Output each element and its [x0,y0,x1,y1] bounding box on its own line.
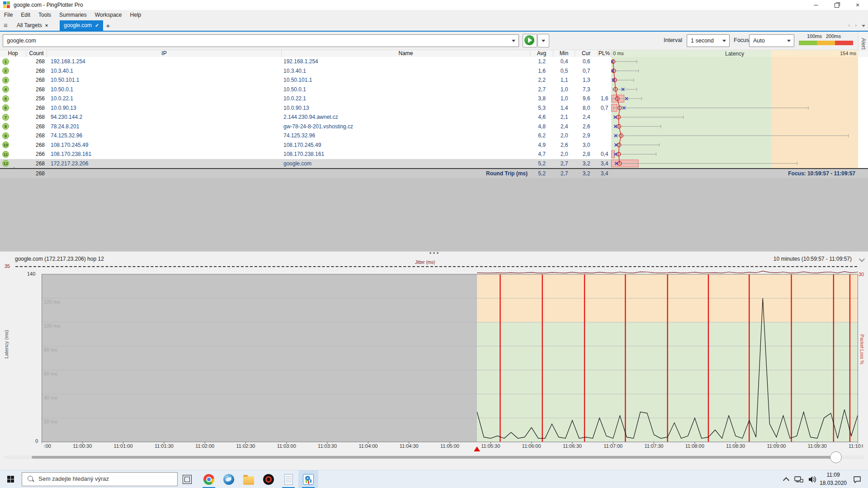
table-row-hop-11[interactable]: 11266108.170.238.161108.170.238.1614,72,… [0,150,868,159]
table-row-hop-7[interactable]: 726894.230.144.22.144.230.94.awnet.cz4,6… [0,113,868,122]
focus-select[interactable]: Auto [749,34,794,47]
time-tick-label: 11:09:00 [763,443,790,449]
cur-cell: 2,8 [575,150,598,159]
table-row-hop-12[interactable]: 12268172.217.23.206google.com5,22,73,23,… [0,159,868,169]
latency-cell [611,75,858,85]
taskbar-clock[interactable]: 11:09 18.03.2020 [819,470,847,488]
tab-scroll-left-icon[interactable]: ‹ [848,22,850,28]
titlebar: google.com - PingPlotter Pro × [0,0,868,10]
hop-badge: 3 [2,77,9,84]
table-row-hop-9[interactable]: 926874.125.32.9674.125.32.966,22,02,9 [0,131,868,141]
column-header-ip[interactable]: IP [47,50,282,57]
interval-label: Interval [664,37,682,43]
start-trace-button[interactable] [523,34,537,47]
task-view-button[interactable] [183,475,192,484]
menu-tools[interactable]: Tools [34,10,55,20]
restore-button[interactable] [826,0,847,10]
avg-cell: 4,8 [530,122,553,131]
thunderbird-logo-icon [223,474,234,485]
menu-summaries[interactable]: Summaries [55,10,91,20]
chevron-down-icon [722,40,726,42]
table-row-hop-3[interactable]: 326810.50.101.110.50.101.12,21,11,3 [0,75,868,85]
pane-splitter[interactable] [425,249,443,253]
column-header-avg[interactable]: Avg [530,50,553,57]
min-cell: 1,0 [553,85,575,94]
new-tab-button[interactable]: + [103,20,113,31]
taskbar-journal-icon[interactable] [278,470,298,488]
round-trip-summary-row[interactable]: 268 Round Trip (ms) 5,2 2,7 3,2 3,4 Focu… [0,168,868,178]
table-row-hop-6[interactable]: 626810.0.90.1310.0.90.135,31,48,00,7 [0,103,868,113]
gridline-label-60: 60 ms [44,371,57,376]
hop-cell: 12 [0,159,26,169]
latency-axis-max: 140 [27,271,35,277]
latency-cell [611,66,858,76]
taskbar-red-app-icon[interactable] [259,470,278,488]
table-row-hop-1[interactable]: 1268192.168.1.254192.168.1.2541,20,40,6 [0,57,868,66]
start-button[interactable] [0,470,22,488]
table-row-hop-10[interactable]: 10268108.170.245.49108.170.245.494,92,63… [0,141,868,150]
timeline-scrollbar-bar[interactable] [32,456,836,459]
column-header-hop[interactable]: Hop [0,50,26,57]
taskbar-file-explorer-icon[interactable] [239,470,259,488]
column-header-pl[interactable]: PL% [598,50,611,57]
close-button[interactable]: × [847,0,868,10]
table-row-hop-2[interactable]: 226810.3.40.110.3.40.11,60,50,7 [0,66,868,76]
tab-list-dropdown-icon[interactable] [862,25,865,27]
taskbar-pingplotter-icon[interactable] [298,470,318,488]
column-header-name[interactable]: Name [282,50,530,57]
menu-workspace[interactable]: Workspace [91,10,126,20]
column-header-cur[interactable]: Cur [575,50,598,57]
column-header-count[interactable]: Count [26,50,47,57]
timeline-scrollbar-thumb[interactable] [830,451,842,463]
file-explorer-logo-icon [243,476,254,485]
cur-cell: 1,3 [575,75,598,85]
time-tick-label: 11:03:00 [273,443,300,449]
tab-list-menu-icon[interactable]: ≡ [4,21,8,29]
focus-start-marker-icon[interactable] [474,446,480,451]
target-input[interactable]: google.com [3,34,519,47]
start-options-button[interactable] [538,34,549,47]
taskbar-search-input[interactable]: Sem zadejte hledaný výraz [22,472,178,486]
ip-cell: 10.3.40.1 [47,66,282,76]
tray-show-hidden-icons[interactable] [780,470,792,488]
tray-volume-icon[interactable] [806,470,819,488]
target-dropdown-icon[interactable] [512,40,515,42]
ip-cell: 78.24.8.201 [47,122,282,131]
action-center-icon[interactable] [849,470,865,488]
hop-cell: 8 [0,122,26,131]
tray-network-icon[interactable] [792,470,806,488]
column-header-latency[interactable]: 0 ms Latency 154 ms [611,50,858,57]
count-cell: 266 [26,150,47,159]
table-row-hop-5[interactable]: 525610.0.22.110.0.22.13,81,09,61,6 [0,94,868,103]
latency-axis-min: 0 [35,438,38,444]
taskbar-chrome-icon[interactable] [199,470,219,488]
hop-badge: 11 [2,151,9,158]
interval-select[interactable]: 1 second [687,34,730,47]
name-cell: 192.168.1.254 [282,57,530,66]
menu-help[interactable]: Help [126,10,146,20]
graph-time-range[interactable]: 10 minutes (10:59:57 - 11:09:57) [774,256,852,262]
menu-file[interactable]: File [0,10,17,20]
chevron-down-icon [787,40,791,42]
menu-edit[interactable]: Edit [17,10,34,20]
pl-cell [598,122,611,131]
tab-scroll-right-icon[interactable]: › [855,22,857,28]
column-header-min[interactable]: Min [553,50,575,57]
taskbar-thunderbird-icon[interactable] [219,470,239,488]
close-tab-icon[interactable]: × [45,23,48,28]
hop-cell: 1 [0,57,26,66]
tab-all-targets-label: All Targets [17,22,42,28]
hop-cell: 9 [0,131,26,141]
timeline-graph[interactable] [42,263,858,444]
red-app-logo-icon [263,474,274,485]
minimize-button[interactable] [806,0,826,10]
name-cell: gw-78-24-8-201.vshosting.cz [282,122,530,131]
tab-google-com[interactable]: google.com✓ [60,20,103,31]
gridline-label-100: 100 ms [44,323,60,328]
graph-title: google.com (172.217.23.206) hop 12 [15,256,104,262]
tab-all-targets[interactable]: All Targets× [13,20,52,31]
avg-cell: 2,7 [530,85,553,94]
cur-cell: 2,4 [575,113,598,122]
table-row-hop-8[interactable]: 826878.24.8.201gw-78-24-8-201.vshosting.… [0,122,868,131]
table-row-hop-4[interactable]: 426810.50.0.110.50.0.12,71,07,3 [0,85,868,94]
